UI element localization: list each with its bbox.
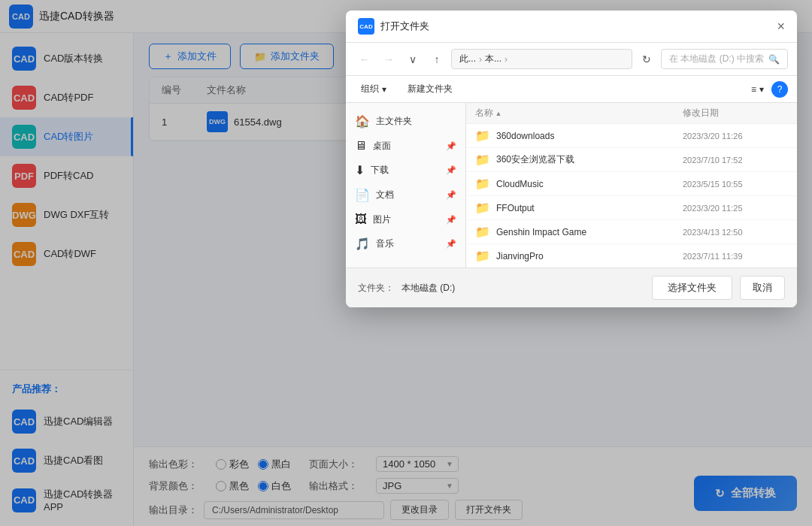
dialog-title: 打开文件夹 (380, 20, 429, 33)
nav-forward-button[interactable]: → (379, 50, 398, 69)
folder-icon: 📁 (475, 177, 490, 191)
dialog-row[interactable]: 📁 360安全浏览器下载 2023/7/10 17:52 (466, 148, 797, 172)
path-segment-2: 本... (485, 53, 501, 65)
desktop-label: 桌面 (373, 140, 391, 153)
folder-cell: 📁 360downloads (475, 128, 683, 143)
sidebar-music[interactable]: 🎵 音乐 📌 (346, 231, 465, 256)
sidebar-desktop[interactable]: 🖥 桌面 📌 (346, 134, 465, 158)
folder-icon: 📁 (475, 153, 490, 167)
path-separator-2: › (504, 54, 508, 65)
sidebar-pictures[interactable]: 🖼 图片 📌 (346, 207, 465, 231)
dialog-nav: ← → ∨ ↑ 此... › 本... › ↻ 在 本地磁盘 (D:) 中搜索 … (346, 43, 797, 76)
dialog-logo-icon: CAD (358, 18, 374, 35)
download-icon: ⬇ (355, 163, 365, 177)
refresh-button[interactable]: ↻ (637, 50, 656, 69)
folder-cell: 📁 CloudMusic (475, 177, 683, 191)
home-icon: 🏠 (355, 114, 370, 128)
dialog-row[interactable]: 📁 Genshin Impact Game 2023/4/13 12:50 (466, 220, 797, 244)
help-button[interactable]: ? (771, 81, 788, 98)
path-bar: 此... › 本... › (451, 49, 632, 69)
chevron-down-icon: ▾ (759, 84, 764, 95)
footer-label: 文件夹： (358, 282, 394, 295)
dialog-body: 🏠 主文件夹 🖥 桌面 📌 ⬇ 下载 📌 📄 文档 📌 (346, 103, 797, 268)
path-segment-1: 此... (459, 53, 476, 65)
dialog-row[interactable]: 📁 FFOutput 2023/3/20 11:25 (466, 196, 797, 220)
dialog-row[interactable]: 📁 CloudMusic 2023/5/15 10:55 (466, 172, 797, 196)
nav-down-button[interactable]: ∨ (403, 50, 423, 69)
dialog-sidebar: 🏠 主文件夹 🖥 桌面 📌 ⬇ 下载 📌 📄 文档 📌 (346, 103, 466, 268)
folder-cell: 📁 Genshin Impact Game (475, 225, 683, 239)
pin-icon: 📌 (446, 215, 456, 225)
folder-icon: 📁 (475, 249, 490, 263)
dialog-main: 名称 修改日期 📁 360downloads 2023/3/20 11:26 📁… (466, 103, 797, 268)
footer-path: 本地磁盘 (D:) (401, 282, 644, 295)
col-date: 修改日期 (683, 107, 788, 119)
folder-name: 360安全浏览器下载 (496, 153, 574, 166)
sidebar-home[interactable]: 🏠 主文件夹 (346, 109, 465, 134)
folder-name: JianvingPro (496, 251, 544, 261)
nav-up-button[interactable]: ↑ (427, 50, 447, 69)
search-box[interactable]: 在 本地磁盘 (D:) 中搜索 🔍 (661, 49, 788, 69)
organize-button[interactable]: 组织 ▾ (355, 80, 392, 98)
folder-cell: 📁 JianvingPro (475, 249, 683, 263)
home-label: 主文件夹 (376, 115, 412, 128)
sidebar-documents[interactable]: 📄 文档 📌 (346, 183, 465, 207)
dialog-title-left: CAD 打开文件夹 (358, 18, 429, 35)
pin-icon: 📌 (446, 165, 456, 175)
cancel-button[interactable]: 取消 (740, 276, 785, 300)
desktop-icon: 🖥 (355, 139, 367, 153)
date-cell: 2023/4/13 12:50 (683, 228, 788, 237)
sidebar-downloads[interactable]: ⬇ 下载 📌 (346, 158, 465, 183)
music-icon: 🎵 (355, 237, 370, 251)
pictures-icon: 🖼 (355, 213, 367, 226)
folder-name: FFOutput (496, 203, 535, 213)
search-placeholder: 在 本地磁盘 (D:) 中搜索 (669, 53, 764, 65)
folder-icon: 📁 (475, 201, 490, 215)
view-mode-button[interactable]: ≡ ▾ (745, 82, 770, 97)
modal-overlay: CAD 打开文件夹 × ← → ∨ ↑ 此... › 本... › ↻ 在 本地… (0, 0, 812, 526)
search-icon: 🔍 (768, 54, 780, 65)
col-name: 名称 (475, 107, 683, 119)
dialog-footer: 文件夹： 本地磁盘 (D:) 选择文件夹 取消 (346, 268, 797, 307)
folder-name: 360downloads (496, 131, 554, 141)
dialog-table-header: 名称 修改日期 (466, 103, 797, 124)
folder-name: CloudMusic (496, 179, 544, 189)
dialog-title-bar: CAD 打开文件夹 × (346, 11, 797, 43)
folder-icon: 📁 (475, 225, 490, 239)
path-separator: › (479, 54, 482, 65)
pin-icon: 📌 (446, 141, 456, 151)
view-controls: ≡ ▾ ? (745, 81, 788, 98)
dialog-row[interactable]: 📁 360downloads 2023/3/20 11:26 (466, 124, 797, 148)
music-label: 音乐 (376, 237, 394, 250)
file-dialog: CAD 打开文件夹 × ← → ∨ ↑ 此... › 本... › ↻ 在 本地… (346, 11, 797, 307)
documents-label: 文档 (376, 189, 394, 201)
date-cell: 2023/3/20 11:26 (683, 132, 788, 141)
pin-icon: 📌 (446, 190, 456, 200)
dialog-toolbar: 组织 ▾ 新建文件夹 ≡ ▾ ? (346, 76, 797, 103)
nav-back-button[interactable]: ← (355, 50, 374, 69)
folder-name: Genshin Impact Game (496, 227, 586, 237)
folder-cell: 📁 FFOutput (475, 201, 683, 215)
date-cell: 2023/3/20 11:25 (683, 204, 788, 213)
select-folder-button[interactable]: 选择文件夹 (652, 276, 732, 300)
new-folder-button[interactable]: 新建文件夹 (401, 80, 459, 98)
date-cell: 2023/5/15 10:55 (683, 180, 788, 189)
folder-cell: 📁 360安全浏览器下载 (475, 153, 683, 167)
date-cell: 2023/7/10 17:52 (683, 156, 788, 165)
folder-icon: 📁 (475, 128, 490, 143)
downloads-label: 下载 (371, 164, 389, 177)
chevron-down-icon: ▾ (382, 84, 386, 95)
document-icon: 📄 (355, 188, 370, 202)
dialog-close-button[interactable]: × (777, 20, 785, 33)
dialog-row[interactable]: 📁 JianvingPro 2023/7/11 11:39 (466, 244, 797, 268)
date-cell: 2023/7/11 11:39 (683, 252, 788, 261)
pictures-label: 图片 (373, 213, 391, 226)
pin-icon: 📌 (446, 239, 456, 249)
